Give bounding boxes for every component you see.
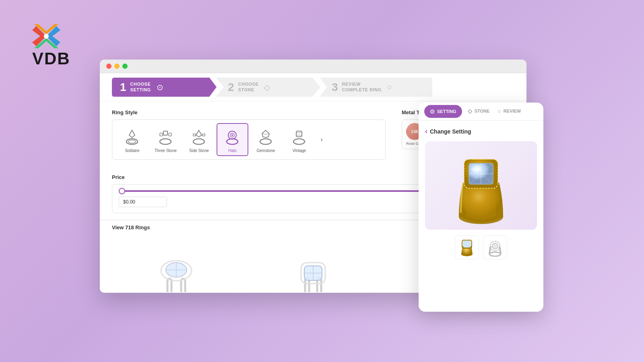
svg-rect-10 bbox=[160, 133, 163, 136]
ring-main-image bbox=[425, 141, 537, 230]
ring-thumbnails bbox=[425, 235, 537, 259]
step-2-labels: CHOOSE STONE bbox=[238, 82, 259, 92]
step-3-icon: ○ bbox=[387, 82, 392, 92]
ring-thumb-1[interactable] bbox=[455, 235, 479, 259]
side-stone-label: Side Stone bbox=[189, 148, 209, 153]
minimize-button[interactable] bbox=[114, 64, 120, 69]
ring-style-filter: Ring Style Solitaire bbox=[112, 109, 386, 160]
vdb-icon bbox=[32, 24, 60, 48]
panel-tab-setting[interactable]: ⊙ SETTING bbox=[424, 105, 462, 118]
svg-marker-13 bbox=[196, 130, 202, 137]
styles-next-arrow[interactable]: › bbox=[317, 135, 326, 144]
svg-marker-7 bbox=[129, 130, 135, 138]
side-panel: ⊙ SETTING ◇ STONE ○ REVIEW ‹ Change Sett… bbox=[419, 103, 543, 312]
price-min-input[interactable] bbox=[119, 197, 167, 207]
step-1-label2: SETTING bbox=[130, 87, 151, 93]
maximize-button[interactable] bbox=[122, 64, 128, 69]
panel-ring-svg bbox=[441, 142, 521, 229]
svg-point-8 bbox=[160, 139, 171, 144]
step-2[interactable]: 2 CHOOSE STONE ◇ bbox=[216, 78, 320, 97]
three-stone-label: Three Stone bbox=[155, 148, 177, 153]
step-1-icon: ⊙ bbox=[157, 82, 163, 92]
vintage-label: Vintage bbox=[293, 148, 306, 153]
step-3-labels: REVIEW COMPLETE RING bbox=[342, 82, 382, 92]
ring-styles-container: Solitaire Three Stone bbox=[112, 119, 386, 160]
ring-thumb-2[interactable] bbox=[483, 235, 507, 259]
svg-point-12 bbox=[193, 139, 204, 144]
svg-rect-59 bbox=[463, 241, 471, 247]
halo-icon bbox=[221, 126, 244, 148]
panel-tab-stone[interactable]: ◇ STONE bbox=[464, 103, 494, 120]
style-gemstone[interactable]: Gemstone bbox=[250, 123, 282, 156]
stone-tab-icon: ◇ bbox=[468, 108, 472, 114]
step-wizard: 1 CHOOSE SETTING ⊙ 2 CHOOSE STONE ◇ 3 bbox=[100, 73, 526, 101]
style-halo[interactable]: Halo bbox=[217, 123, 248, 156]
style-solitaire[interactable]: Solitaire bbox=[116, 123, 148, 156]
step-3-number: 3 bbox=[332, 82, 338, 93]
style-vintage[interactable]: Vintage bbox=[283, 123, 315, 156]
gemstone-icon bbox=[255, 126, 277, 148]
ring-card-1[interactable] bbox=[108, 239, 245, 292]
stone-tab-label: STONE bbox=[475, 109, 490, 113]
step-2-label2: STONE bbox=[238, 87, 259, 93]
svg-point-16 bbox=[227, 139, 238, 144]
review-tab-label: REVIEW bbox=[504, 109, 521, 113]
close-button[interactable] bbox=[106, 64, 111, 69]
solitaire-label: Solitaire bbox=[125, 148, 139, 153]
svg-rect-15 bbox=[202, 134, 205, 136]
halo-label: Halo bbox=[228, 148, 237, 153]
three-stone-icon bbox=[155, 126, 177, 148]
step-1-number: 1 bbox=[120, 82, 126, 93]
back-icon: ‹ bbox=[425, 127, 427, 136]
svg-point-61 bbox=[489, 252, 501, 256]
step-3-label2: COMPLETE RING bbox=[342, 87, 382, 93]
ring-image-2 bbox=[281, 243, 345, 292]
thumb-2-svg bbox=[486, 237, 504, 257]
back-button[interactable]: ‹ Change Setting bbox=[425, 127, 537, 136]
setting-tab-label: SETTING bbox=[437, 109, 456, 114]
side-stone-icon bbox=[188, 126, 210, 148]
step-1-labels: CHOOSE SETTING bbox=[130, 82, 151, 92]
svg-rect-9 bbox=[163, 131, 167, 135]
thumb-1-svg bbox=[458, 237, 476, 257]
svg-point-5 bbox=[126, 139, 138, 144]
step-2-label1: CHOOSE bbox=[238, 82, 259, 87]
step-1-label1: CHOOSE bbox=[130, 82, 151, 87]
panel-tab-review[interactable]: ○ REVIEW bbox=[493, 103, 525, 120]
price-thumb-min[interactable] bbox=[119, 188, 125, 194]
svg-rect-25 bbox=[296, 131, 302, 137]
style-side-stone[interactable]: Side Stone bbox=[183, 123, 215, 156]
gemstone-label: Gemstone bbox=[256, 148, 275, 153]
step-2-number: 2 bbox=[228, 82, 234, 93]
step-1[interactable]: 1 CHOOSE SETTING ⊙ bbox=[112, 78, 217, 97]
brand-name: VDB bbox=[32, 49, 70, 68]
svg-point-4 bbox=[44, 34, 49, 39]
ring-image-1 bbox=[144, 243, 208, 292]
vintage-icon bbox=[288, 126, 310, 148]
svg-rect-11 bbox=[169, 133, 171, 136]
style-three-stone[interactable]: Three Stone bbox=[150, 123, 182, 156]
svg-point-24 bbox=[293, 139, 305, 144]
step-2-icon: ◇ bbox=[264, 82, 270, 92]
svg-point-19 bbox=[231, 134, 233, 136]
step-3[interactable]: 3 REVIEW COMPLETE RING ○ bbox=[320, 78, 432, 97]
svg-rect-14 bbox=[193, 134, 196, 136]
back-label: Change Setting bbox=[430, 128, 471, 135]
review-tab-icon: ○ bbox=[497, 108, 501, 114]
svg-point-20 bbox=[260, 139, 271, 144]
ring-card-2[interactable] bbox=[245, 239, 382, 292]
panel-body: ‹ Change Setting bbox=[419, 121, 543, 266]
vdb-logo: VDB bbox=[32, 24, 70, 68]
setting-tab-icon: ⊙ bbox=[430, 108, 435, 115]
solitaire-icon bbox=[121, 126, 143, 148]
panel-tabs: ⊙ SETTING ◇ STONE ○ REVIEW bbox=[419, 103, 543, 121]
browser-titlebar bbox=[100, 60, 526, 73]
ring-style-label: Ring Style bbox=[112, 109, 386, 115]
svg-point-6 bbox=[128, 140, 136, 143]
svg-point-63 bbox=[492, 243, 498, 249]
step-3-label1: REVIEW bbox=[342, 82, 382, 87]
